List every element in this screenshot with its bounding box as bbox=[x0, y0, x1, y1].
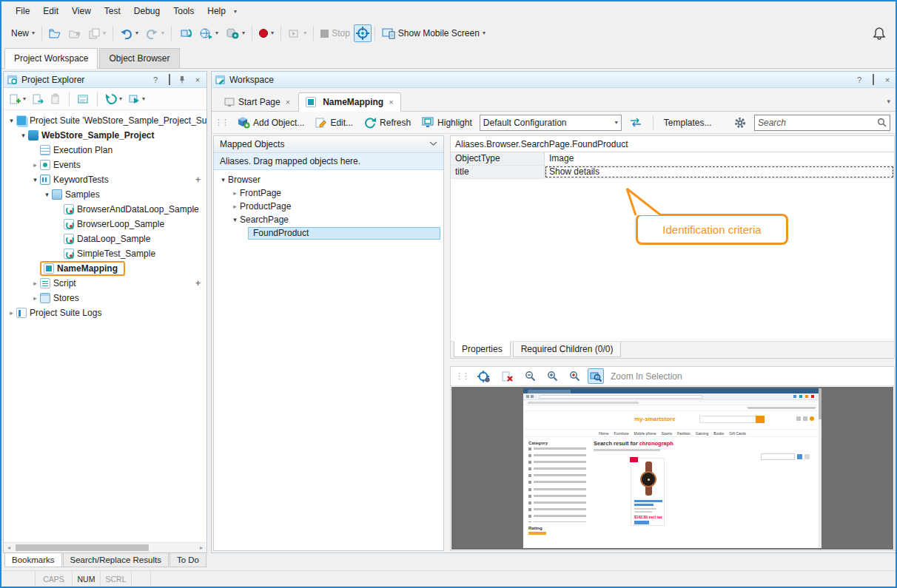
scroll-right-icon[interactable]: ▸ bbox=[196, 543, 206, 552]
tab-search-replace-results[interactable]: Search/Replace Results bbox=[63, 553, 169, 567]
tab-todo[interactable]: To Do bbox=[169, 553, 206, 567]
scrollbar-thumb[interactable] bbox=[16, 544, 149, 551]
tree-item-execution-plan[interactable]: Execution Plan bbox=[4, 143, 206, 158]
tab-list-caret-icon[interactable]: ▾ bbox=[887, 98, 890, 105]
add-script-button[interactable]: + bbox=[195, 278, 201, 288]
templates-button[interactable]: Templates... bbox=[660, 115, 716, 130]
menu-file[interactable]: File bbox=[9, 3, 36, 19]
property-value-selected[interactable]: Show details bbox=[545, 166, 894, 178]
organize-items-button[interactable] bbox=[75, 92, 91, 107]
run-browser-button[interactable]: ▾ bbox=[195, 25, 222, 41]
close-tab-icon[interactable]: × bbox=[389, 98, 393, 107]
close-panel-icon[interactable]: × bbox=[882, 75, 893, 84]
add-existing-item-button[interactable] bbox=[30, 92, 46, 107]
expander-icon[interactable]: ▸ bbox=[30, 294, 40, 302]
run-selected-button[interactable]: ▾ bbox=[104, 92, 124, 107]
expander-icon[interactable]: ▸ bbox=[230, 189, 240, 197]
tree-item-dataloop[interactable]: DataLoop_Sample bbox=[4, 232, 206, 246]
tab-required-children[interactable]: Required Children (0/0) bbox=[513, 342, 622, 357]
run-project-button[interactable]: ▾ bbox=[127, 92, 147, 107]
undo-button[interactable]: ▾ bbox=[116, 25, 142, 41]
stop-button[interactable]: Stop bbox=[317, 26, 354, 41]
mapped-item-searchpage[interactable]: ▾ SearchPage bbox=[214, 213, 443, 226]
tree-item-browserloop[interactable]: BrowserLoop_Sample bbox=[4, 217, 206, 232]
toolbar-grip-icon[interactable]: ⋮⋮ bbox=[215, 118, 228, 127]
run-settings-button[interactable]: ▾ bbox=[222, 25, 249, 41]
property-value[interactable]: Image bbox=[545, 152, 894, 165]
menu-help[interactable]: Help bbox=[201, 3, 232, 19]
tree-item-browseranddataloop[interactable]: BrowserAndDataLoop_Sample bbox=[4, 202, 206, 217]
float-icon[interactable] bbox=[164, 75, 175, 84]
help-icon[interactable]: ? bbox=[150, 75, 161, 84]
compare-configurations-button[interactable] bbox=[625, 115, 646, 130]
configuration-combobox[interactable]: Default Configuration ▾ bbox=[480, 115, 622, 131]
tree-item-script[interactable]: ▸ Script + bbox=[4, 276, 206, 291]
scroll-left-icon[interactable]: ◂ bbox=[4, 543, 14, 552]
zoom-in-button[interactable] bbox=[543, 368, 562, 384]
close-panel-icon[interactable]: × bbox=[192, 75, 203, 84]
menu-edit[interactable]: Edit bbox=[36, 3, 65, 19]
menu-view[interactable]: View bbox=[65, 3, 98, 19]
tab-bookmarks[interactable]: Bookmarks bbox=[4, 553, 62, 567]
expander-icon[interactable]: ▾ bbox=[218, 176, 228, 183]
toolbar-grip-icon[interactable]: ⋮⋮ bbox=[455, 371, 468, 381]
zoom-in-selection-button[interactable] bbox=[588, 368, 604, 384]
paste-item-button[interactable] bbox=[49, 92, 63, 107]
object-spy-toggle[interactable] bbox=[354, 24, 372, 42]
expander-icon[interactable]: ▸ bbox=[7, 309, 16, 317]
delete-image-button[interactable] bbox=[498, 368, 517, 385]
float-icon[interactable] bbox=[868, 75, 878, 84]
show-mobile-screen-button[interactable]: Show Mobile Screen ▾ bbox=[378, 25, 489, 41]
debug-button[interactable]: ▾ bbox=[284, 26, 310, 41]
new-button[interactable]: New ▾ bbox=[7, 26, 38, 41]
add-new-item-button[interactable]: ▾ bbox=[7, 92, 27, 107]
save-all-button[interactable]: ▾ bbox=[85, 26, 110, 41]
tree-item-keywordtests[interactable]: ▾ KeywordTests + bbox=[4, 172, 206, 187]
tree-item-project[interactable]: ▾ WebStore_Sample_Project bbox=[4, 128, 206, 143]
tree-item-namemapping[interactable]: NameMapping bbox=[4, 261, 206, 276]
expander-icon[interactable]: ▾ bbox=[19, 132, 28, 139]
tab-project-workspace[interactable]: Project Workspace bbox=[4, 48, 98, 69]
menu-test[interactable]: Test bbox=[98, 3, 127, 19]
menu-overflow-caret[interactable]: ▾ bbox=[234, 8, 237, 15]
update-image-button[interactable] bbox=[474, 368, 494, 385]
menu-debug[interactable]: Debug bbox=[127, 3, 167, 19]
close-project-button[interactable] bbox=[65, 26, 85, 41]
expander-icon[interactable]: ▸ bbox=[30, 280, 40, 287]
tree-item-project-suite-logs[interactable]: ▸ Project Suite Logs bbox=[4, 305, 206, 320]
mapped-item-productpage[interactable]: ▸ ProductPage bbox=[214, 200, 443, 213]
notifications-button[interactable] bbox=[869, 24, 890, 42]
open-project-button[interactable] bbox=[45, 26, 65, 41]
run-test-button[interactable] bbox=[175, 25, 195, 41]
zoom-out-button[interactable] bbox=[521, 368, 540, 384]
refresh-button[interactable]: Refresh bbox=[360, 115, 414, 131]
tab-namemapping[interactable]: NameMapping × bbox=[298, 92, 400, 112]
search-input[interactable] bbox=[758, 118, 877, 128]
add-keywordtest-button[interactable]: + bbox=[195, 175, 201, 185]
expander-icon[interactable]: ▾ bbox=[30, 176, 40, 183]
menu-tools[interactable]: Tools bbox=[167, 3, 201, 19]
expander-icon[interactable]: ▸ bbox=[30, 161, 40, 169]
settings-button[interactable] bbox=[730, 114, 750, 132]
pin-icon[interactable] bbox=[178, 75, 189, 84]
mapped-item-foundproduct[interactable]: FoundProduct bbox=[214, 226, 443, 240]
expander-icon[interactable]: ▾ bbox=[230, 216, 240, 223]
help-icon[interactable]: ? bbox=[854, 75, 864, 84]
expander-icon[interactable]: ▾ bbox=[42, 191, 52, 198]
tree-item-events[interactable]: ▸ Events bbox=[4, 158, 206, 172]
tree-item-samples[interactable]: ▾ Samples bbox=[4, 187, 206, 202]
tab-object-browser[interactable]: Object Browser bbox=[99, 48, 179, 68]
redo-button[interactable]: ▾ bbox=[142, 25, 168, 41]
expander-icon[interactable]: ▾ bbox=[7, 117, 16, 124]
collapse-chevron-icon[interactable] bbox=[429, 141, 437, 147]
tree-item-stores[interactable]: ▸ Stores bbox=[4, 291, 206, 305]
tab-properties[interactable]: Properties bbox=[454, 341, 511, 357]
expander-icon[interactable]: ▸ bbox=[230, 203, 240, 210]
tab-start-page[interactable]: Start Page × bbox=[218, 93, 297, 111]
edit-button[interactable]: Edit... bbox=[312, 115, 357, 131]
tree-item-project-suite[interactable]: ▾ Project Suite 'WebStore_Sample_Project… bbox=[4, 113, 206, 128]
mapped-item-browser[interactable]: ▾ Browser bbox=[214, 173, 443, 186]
highlight-button[interactable]: Highlight bbox=[418, 115, 476, 130]
zoom-actual-size-button[interactable] bbox=[565, 368, 584, 384]
horizontal-scrollbar[interactable]: ◂ ▸ bbox=[4, 542, 206, 552]
